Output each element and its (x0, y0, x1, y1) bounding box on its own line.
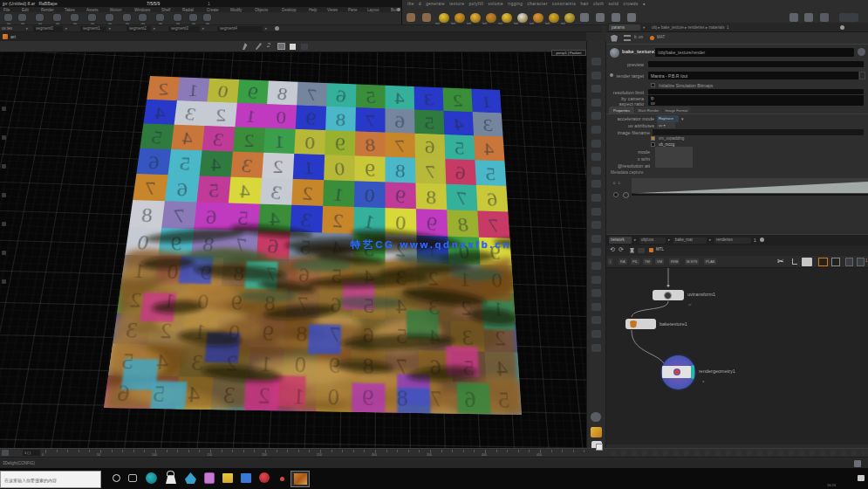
svg-text:6: 6 (297, 263, 310, 286)
svg-text:4: 4 (394, 88, 405, 107)
svg-text:1: 1 (275, 132, 285, 152)
svg-text:0: 0 (394, 211, 407, 234)
svg-text:4: 4 (483, 139, 495, 159)
svg-text:3: 3 (461, 325, 474, 349)
svg-text:2: 2 (302, 183, 314, 204)
svg-text:4: 4 (210, 154, 222, 175)
svg-text:7: 7 (306, 85, 318, 104)
svg-text:2: 2 (494, 326, 506, 350)
svg-text:9: 9 (335, 134, 345, 154)
svg-text:8: 8 (362, 353, 373, 378)
svg-text:6: 6 (362, 323, 374, 348)
svg-text:9: 9 (199, 260, 212, 284)
svg-text:2: 2 (272, 156, 284, 177)
svg-text:0: 0 (491, 268, 503, 291)
svg-text:8: 8 (396, 385, 407, 411)
svg-text:5: 5 (485, 163, 496, 184)
svg-text:8: 8 (263, 291, 277, 314)
svg-text:4: 4 (363, 265, 374, 288)
svg-text:0: 0 (304, 133, 316, 153)
svg-text:7: 7 (265, 262, 278, 286)
svg-text:3: 3 (396, 265, 407, 288)
svg-text:8: 8 (140, 203, 153, 225)
svg-text:2: 2 (461, 296, 473, 320)
svg-text:5: 5 (396, 323, 407, 348)
svg-text:2: 2 (427, 266, 439, 289)
svg-text:6: 6 (205, 206, 217, 228)
svg-text:1: 1 (260, 351, 273, 376)
svg-text:0: 0 (327, 383, 339, 410)
svg-text:1: 1 (194, 319, 208, 343)
svg-text:2: 2 (243, 130, 255, 150)
svg-text:0: 0 (228, 320, 241, 344)
svg-text:3: 3 (190, 349, 204, 375)
svg-text:4: 4 (187, 381, 202, 407)
svg-text:7: 7 (430, 385, 442, 411)
svg-text:8: 8 (365, 134, 376, 155)
svg-text:5: 5 (331, 264, 342, 287)
svg-text:6: 6 (330, 293, 342, 316)
svg-text:2: 2 (225, 350, 239, 375)
svg-text:4: 4 (496, 355, 509, 381)
svg-text:6: 6 (148, 152, 160, 173)
svg-text:5: 5 (455, 138, 465, 158)
svg-text:0: 0 (334, 158, 346, 179)
svg-text:7: 7 (297, 292, 309, 315)
svg-text:0: 0 (294, 352, 306, 377)
svg-text:1: 1 (188, 80, 199, 100)
svg-text:4: 4 (395, 294, 407, 318)
svg-text:8: 8 (394, 160, 406, 181)
svg-text:0: 0 (196, 289, 210, 313)
svg-text:7: 7 (365, 111, 375, 130)
svg-text:7: 7 (425, 162, 436, 182)
svg-text:9: 9 (328, 352, 340, 377)
svg-text:9: 9 (365, 160, 376, 180)
svg-text:3: 3 (428, 295, 440, 319)
svg-text:2: 2 (215, 105, 226, 124)
svg-text:1: 1 (493, 297, 505, 320)
svg-text:8: 8 (296, 321, 308, 346)
svg-text:0: 0 (276, 107, 286, 127)
svg-text:8: 8 (426, 186, 436, 208)
svg-text:7: 7 (144, 177, 156, 198)
svg-text:9: 9 (230, 290, 243, 313)
svg-text:2: 2 (452, 91, 463, 109)
svg-text:7: 7 (174, 204, 186, 227)
svg-text:8: 8 (335, 109, 346, 129)
svg-text:6: 6 (463, 386, 476, 412)
svg-text:5: 5 (424, 113, 434, 132)
svg-text:3: 3 (482, 115, 494, 134)
svg-text:6: 6 (429, 355, 441, 380)
svg-text:7: 7 (456, 188, 467, 210)
svg-text:3: 3 (222, 382, 236, 408)
svg-text:4: 4 (428, 324, 441, 348)
svg-text:1: 1 (304, 157, 315, 178)
svg-text:7: 7 (396, 354, 408, 379)
svg-text:7: 7 (329, 322, 341, 347)
svg-text:9: 9 (362, 384, 374, 410)
svg-text:5: 5 (497, 387, 510, 413)
svg-text:5: 5 (208, 179, 220, 201)
svg-text:9: 9 (262, 320, 275, 345)
svg-text:5: 5 (363, 293, 374, 317)
svg-text:2: 2 (257, 382, 270, 409)
svg-text:1: 1 (459, 267, 470, 290)
svg-text:5: 5 (179, 153, 191, 174)
svg-text:5: 5 (462, 355, 475, 381)
svg-text:8: 8 (232, 261, 245, 285)
svg-text:6: 6 (424, 136, 434, 156)
svg-text:6: 6 (176, 178, 188, 200)
svg-text:2: 2 (158, 79, 168, 99)
svg-text:6: 6 (394, 112, 406, 132)
svg-text:1: 1 (292, 382, 305, 409)
